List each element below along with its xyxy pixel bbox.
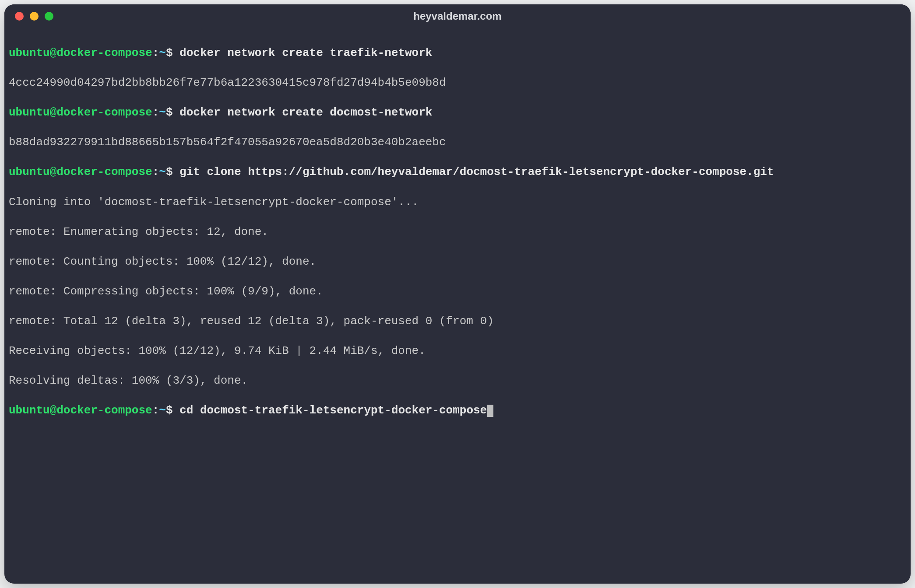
prompt-dollar: $ <box>166 404 179 417</box>
terminal-line: ubuntu@docker-compose:~$ docker network … <box>9 105 906 120</box>
prompt-colon: : <box>152 106 159 119</box>
prompt-user: ubuntu <box>9 404 50 417</box>
prompt-dollar: $ <box>166 106 179 119</box>
prompt-colon: : <box>152 46 159 60</box>
terminal-line: ubuntu@docker-compose:~$ cd docmost-trae… <box>9 403 906 418</box>
output-line: remote: Total 12 (delta 3), reused 12 (d… <box>9 314 906 329</box>
prompt-path: ~ <box>159 404 166 417</box>
prompt-host: docker-compose <box>56 46 152 60</box>
prompt-user: ubuntu <box>9 165 50 178</box>
minimize-icon[interactable] <box>30 12 39 21</box>
command-text: cd docmost-traefik-letsencrypt-docker-co… <box>179 404 487 417</box>
close-icon[interactable] <box>15 12 24 21</box>
cursor-icon <box>487 405 493 417</box>
prompt-at: @ <box>50 165 57 178</box>
prompt-at: @ <box>50 106 57 119</box>
output-line: b88dad932279911bd88665b157b564f2f47055a9… <box>9 135 906 150</box>
command-text: docker network create traefik-network <box>179 46 432 60</box>
traffic-lights <box>4 12 53 21</box>
titlebar: heyvaldemar.com <box>4 4 911 28</box>
fullscreen-icon[interactable] <box>45 12 53 21</box>
prompt-colon: : <box>152 404 159 417</box>
prompt-user: ubuntu <box>9 106 50 119</box>
prompt-dollar: $ <box>166 46 179 60</box>
output-line: Resolving deltas: 100% (3/3), done. <box>9 373 906 388</box>
prompt-dollar: $ <box>166 165 179 178</box>
terminal-body[interactable]: ubuntu@docker-compose:~$ docker network … <box>4 28 911 584</box>
output-line: remote: Compressing objects: 100% (9/9),… <box>9 284 906 299</box>
prompt-path: ~ <box>159 46 166 60</box>
output-line: Receiving objects: 100% (12/12), 9.74 Ki… <box>9 343 906 358</box>
prompt-host: docker-compose <box>56 106 152 119</box>
command-text: git clone https://github.com/heyvaldemar… <box>179 165 774 178</box>
prompt-at: @ <box>50 404 57 417</box>
terminal-line: ubuntu@docker-compose:~$ docker network … <box>9 46 906 60</box>
terminal-line: ubuntu@docker-compose:~$ git clone https… <box>9 164 906 179</box>
output-line: remote: Enumerating objects: 12, done. <box>9 224 906 239</box>
window-title: heyvaldemar.com <box>4 10 911 22</box>
prompt-at: @ <box>50 46 57 60</box>
prompt-path: ~ <box>159 106 166 119</box>
command-text: docker network create docmost-network <box>179 106 432 119</box>
output-line: Cloning into 'docmost-traefik-letsencryp… <box>9 195 906 210</box>
prompt-path: ~ <box>159 165 166 178</box>
prompt-colon: : <box>152 165 159 178</box>
output-line: remote: Counting objects: 100% (12/12), … <box>9 254 906 269</box>
prompt-host: docker-compose <box>56 165 152 178</box>
prompt-host: docker-compose <box>56 404 152 417</box>
terminal-window: heyvaldemar.com ubuntu@docker-compose:~$… <box>4 4 911 584</box>
output-line: 4ccc24990d04297bd2bb8bb26f7e77b6a1223630… <box>9 75 906 90</box>
prompt-user: ubuntu <box>9 46 50 60</box>
